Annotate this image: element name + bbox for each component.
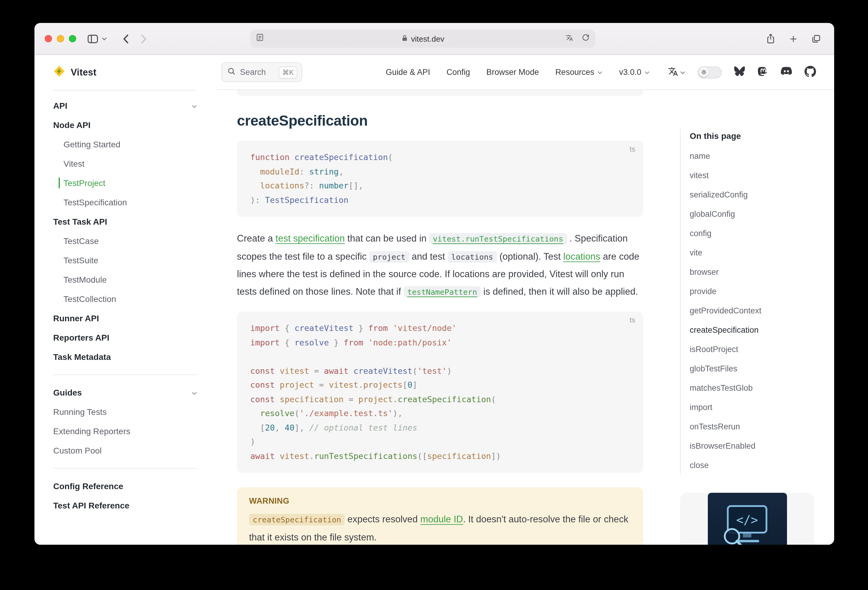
inline-link[interactable]: locations (563, 251, 600, 261)
lock-icon (402, 33, 408, 44)
sidebar-item-testproject[interactable]: TestProject (53, 173, 197, 193)
sidebar-item-label: Custom Pool (53, 446, 102, 455)
nav-link-label: Resources (555, 68, 594, 77)
outline-item-import[interactable]: import (690, 398, 814, 417)
sidebar-item-label: TestCollection (63, 294, 116, 304)
outline-item-isbrowserenabled[interactable]: isBrowserEnabled (690, 437, 814, 456)
code-line: ) (250, 435, 630, 449)
sidebar-item-node-api[interactable]: Node API (53, 115, 197, 135)
sidebar-item-guides[interactable]: Guides (53, 383, 197, 402)
chevron-down-icon (597, 68, 603, 77)
nav-link-resources[interactable]: Resources (555, 68, 603, 77)
sidebar-item-testcollection[interactable]: TestCollection (53, 289, 197, 309)
sidebar-item-label: Node API (53, 120, 90, 130)
bluesky-link[interactable] (734, 66, 745, 78)
outline-item-vite[interactable]: vite (690, 243, 814, 263)
back-button[interactable] (123, 34, 129, 44)
page-settings-button[interactable] (256, 33, 264, 44)
inline-code-link[interactable]: vitest.runTestSpecifications (429, 233, 567, 244)
outline-item-browser[interactable]: browser (690, 263, 814, 282)
sidebar-item-getting-started[interactable]: Getting Started (53, 135, 197, 154)
outline-item-isrootproject[interactable]: isRootProject (690, 340, 814, 359)
sidebar-item-test-task-api[interactable]: Test Task API (53, 212, 197, 231)
page: Vitest APINode APIGetting StartedVitestT… (34, 55, 834, 545)
code-line: ): TestSpecification (250, 193, 630, 207)
language-menu[interactable] (668, 66, 685, 78)
discord-link[interactable] (780, 66, 793, 78)
search-icon (227, 67, 236, 77)
outline-item-serializedconfig[interactable]: serializedConfig (690, 185, 814, 205)
page-title: createSpecification (237, 112, 643, 130)
outline-item-matchestestglob[interactable]: matchesTestGlob (690, 379, 814, 398)
nav-link-guide-api[interactable]: Guide & API (386, 68, 430, 77)
outline-item-createspecification[interactable]: createSpecification (690, 321, 814, 340)
search-shortcut: ⌘K (279, 66, 297, 78)
sidebar-item-running-tests[interactable]: Running Tests (53, 402, 197, 422)
tab-group-dropdown[interactable] (102, 37, 107, 41)
reload-button[interactable] (582, 33, 590, 44)
nav-link-label: Browser Mode (486, 68, 539, 77)
address-bar[interactable]: vitest.dev (250, 29, 595, 48)
sidebar-item-testmodule[interactable]: TestModule (53, 270, 197, 289)
search-button[interactable]: Search ⌘K (221, 62, 302, 82)
zoom-window-button[interactable] (69, 35, 76, 42)
inline-link[interactable]: module ID (421, 514, 463, 524)
sidebar-item-label: TestProject (63, 178, 105, 188)
back-icon (123, 34, 129, 44)
vitest-logo-icon (53, 65, 65, 80)
theme-toggle[interactable] (698, 66, 722, 78)
sidebar-item-testspecification[interactable]: TestSpecification (53, 193, 197, 212)
doc-paragraph: Create a test specification that can be … (237, 230, 643, 301)
outline-item-ontestsrerun[interactable]: onTestsRerun (690, 417, 814, 437)
sidebar-item-label: Reporters API (53, 333, 109, 343)
outline-item-provide[interactable]: provide (690, 282, 814, 301)
sidebar-item-extending-reporters[interactable]: Extending Reporters (53, 422, 197, 441)
sidebar-item-runner-api[interactable]: Runner API (53, 309, 197, 328)
sidebar-item-label: Running Tests (53, 407, 107, 417)
inline-code-link[interactable]: testNamePattern (403, 286, 481, 297)
sidebar-item-testsuite[interactable]: TestSuite (53, 251, 197, 270)
sidebar-item-config-reference[interactable]: Config Reference (53, 477, 197, 496)
share-button[interactable] (766, 33, 775, 44)
page-icon (256, 33, 264, 44)
code-line: const project = vitest.projects[0] (250, 378, 630, 392)
sidebar-item-task-metadata[interactable]: Task Metadata (53, 347, 197, 366)
code-line: await vitest.runTestSpecifications([spec… (250, 449, 630, 463)
browser-chrome: vitest.dev (34, 23, 834, 55)
sidebar-item-label: TestModule (63, 275, 107, 284)
sidebar-item-testcase[interactable]: TestCase (53, 231, 197, 251)
mastodon-link[interactable] (757, 66, 768, 79)
forward-button[interactable] (140, 34, 147, 44)
sidebar-item-reporters-api[interactable]: Reporters API (53, 328, 197, 347)
ad-placement[interactable]: </> (680, 493, 814, 545)
doc-article: createSpecification ts function createSp… (237, 90, 643, 545)
sidebar-divider (53, 374, 197, 375)
outline-item-vitest[interactable]: vitest (690, 166, 814, 185)
sidebar-item-api[interactable]: API (53, 96, 197, 115)
outline-item-close[interactable]: close (690, 456, 814, 475)
sidebar-item-custom-pool[interactable]: Custom Pool (53, 441, 197, 460)
chevron-down-icon (192, 100, 197, 111)
outline-item-getprovidedcontext[interactable]: getProvidedContext (690, 301, 814, 321)
sidebar-item-test-api-reference[interactable]: Test API Reference (53, 496, 197, 515)
nav-link-browser-mode[interactable]: Browser Mode (486, 68, 539, 77)
close-window-button[interactable] (45, 35, 52, 42)
outline-item-globtestfiles[interactable]: globTestFiles (690, 359, 814, 379)
new-tab-button[interactable] (789, 34, 798, 43)
sidebar-toggle-button[interactable] (87, 34, 99, 44)
outline-item-config[interactable]: config (690, 224, 814, 243)
site-logo[interactable]: Vitest (53, 55, 216, 90)
tab-overview-button[interactable] (811, 34, 821, 44)
code-lang-badge: ts (630, 145, 635, 153)
outline-item-name[interactable]: name (690, 147, 814, 166)
minimize-window-button[interactable] (57, 35, 64, 42)
nav-link-label: Guide & API (386, 68, 430, 77)
nav-link-config[interactable]: Config (446, 68, 470, 77)
outline-item-globalconfig[interactable]: globalConfig (690, 205, 814, 224)
nav-link-v3-0-0[interactable]: v3.0.0 (619, 68, 650, 77)
sidebar-item-label: API (53, 101, 67, 110)
github-link[interactable] (805, 66, 816, 79)
translate-page-button[interactable] (565, 33, 574, 44)
inline-link[interactable]: test specification (276, 233, 345, 243)
sidebar-item-vitest[interactable]: Vitest (53, 154, 197, 173)
